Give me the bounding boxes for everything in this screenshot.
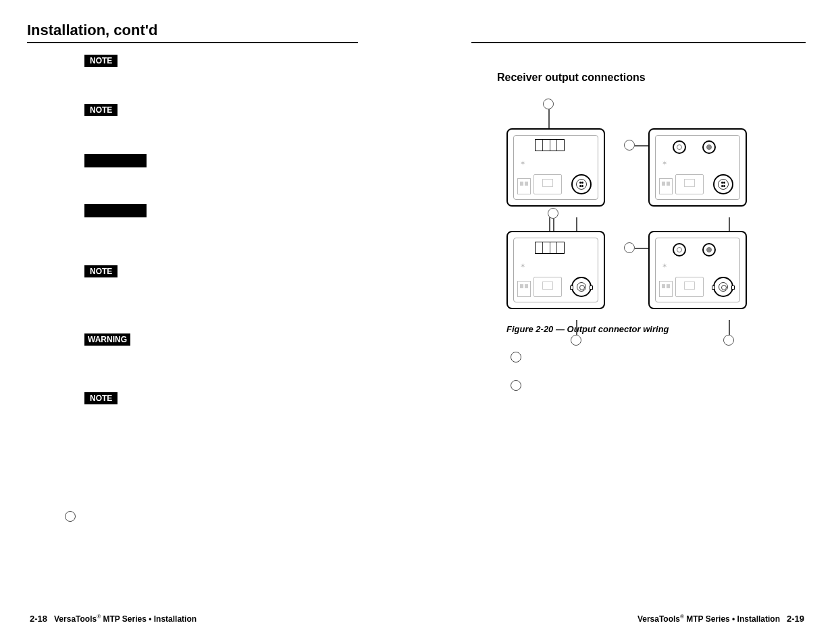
text-callout-a — [511, 352, 805, 363]
page-footer: 2-18 VersaTools® MTP Series • Installati… — [30, 614, 804, 624]
column-divider — [471, 42, 806, 43]
figure-caption: Figure 2-20 — Output connector wiring — [506, 324, 805, 334]
figure-2-20: ✶ — [506, 99, 805, 309]
footer-left: 2-18 VersaTools® MTP Series • Installati… — [30, 614, 197, 624]
circle-icon — [511, 380, 521, 391]
device-bottom-right: ✶ — [648, 231, 747, 309]
footer-brand: VersaTools — [637, 614, 680, 624]
blank-label — [84, 204, 147, 217]
note-label: NOTE — [84, 392, 118, 404]
device-bottom-left: ✶ — [506, 231, 605, 309]
subsection-title: Receiver output connections — [497, 72, 805, 84]
page-title: Installation, cont'd — [27, 22, 358, 43]
footer-brand: VersaTools — [54, 614, 97, 624]
note-label: NOTE — [84, 104, 118, 116]
circle-icon — [65, 511, 76, 522]
device-top-right: ✶ — [648, 128, 747, 207]
footer-right: VersaTools® MTP Series • Installation 2-… — [637, 614, 804, 624]
left-column: NOTE NOTE NOTE WARNING NOTE — [27, 54, 358, 525]
footer-series: MTP Series • Installation — [101, 614, 197, 624]
blank-label — [84, 154, 147, 167]
text-callout-b — [511, 380, 805, 391]
left-callout-marker — [65, 511, 358, 525]
note-label: NOTE — [84, 55, 118, 67]
circle-icon — [511, 352, 521, 363]
left-page-number: 2-18 — [30, 614, 47, 624]
note-label: NOTE — [84, 265, 118, 277]
warning-label: WARNING — [84, 333, 130, 346]
footer-series: MTP Series • Installation — [684, 614, 780, 624]
right-column: Receiver output connections ✶ — [473, 54, 805, 525]
device-top-left: ✶ — [506, 128, 605, 207]
right-page-number: 2-19 — [787, 614, 804, 624]
